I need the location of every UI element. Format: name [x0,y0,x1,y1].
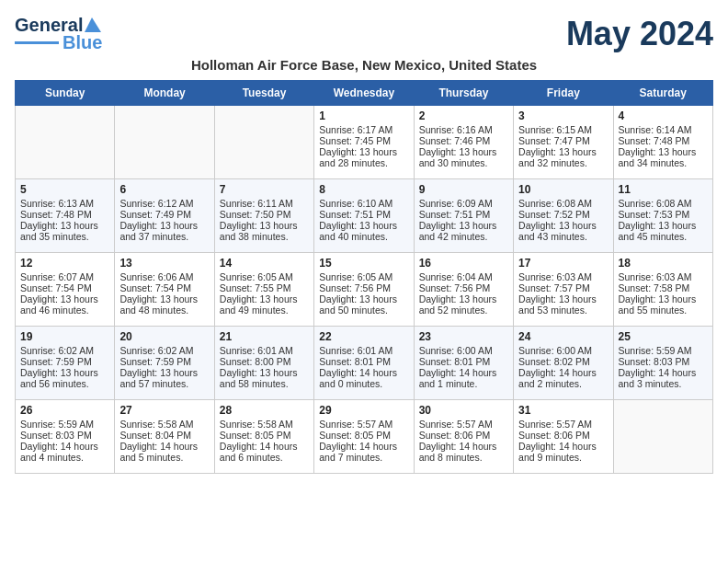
daylight-text: Daylight: 14 hours and 8 minutes. [419,441,508,463]
day-number: 2 [419,109,508,122]
calendar-cell: 18Sunrise: 6:03 AMSunset: 7:58 PMDayligh… [613,253,712,327]
sunrise-text: Sunrise: 5:59 AM [619,345,708,356]
sunset-text: Sunset: 8:05 PM [319,430,408,441]
sunset-text: Sunset: 8:01 PM [319,356,408,367]
title-section: May 2024 [566,15,713,53]
daylight-text: Daylight: 13 hours and 32 minutes. [518,146,608,168]
day-number: 27 [119,404,209,417]
sunrise-text: Sunrise: 6:00 AM [419,345,508,356]
sunrise-text: Sunrise: 6:00 AM [518,345,608,356]
header-sunday: Sunday [16,81,115,106]
svg-marker-0 [85,17,101,32]
sunset-text: Sunset: 8:04 PM [119,430,209,441]
calendar-cell: 30Sunrise: 5:57 AMSunset: 8:06 PMDayligh… [414,400,513,474]
sunset-text: Sunset: 7:48 PM [20,209,109,220]
daylight-text: Daylight: 13 hours and 34 minutes. [619,146,708,168]
daylight-text: Daylight: 13 hours and 56 minutes. [20,367,109,389]
calendar-table: SundayMondayTuesdayWednesdayThursdayFrid… [15,80,713,474]
day-number: 25 [619,330,708,343]
daylight-text: Daylight: 13 hours and 42 minutes. [419,220,508,242]
calendar-cell [613,400,712,474]
daylight-text: Daylight: 13 hours and 30 minutes. [419,146,508,168]
sunset-text: Sunset: 8:02 PM [518,356,608,367]
daylight-text: Daylight: 13 hours and 43 minutes. [518,220,608,242]
day-number: 23 [419,330,508,343]
sunset-text: Sunset: 7:54 PM [20,282,109,293]
sunrise-text: Sunrise: 6:01 AM [220,345,309,356]
calendar-cell: 16Sunrise: 6:04 AMSunset: 7:56 PMDayligh… [414,253,513,327]
day-number: 1 [319,109,408,122]
day-number: 7 [220,183,309,196]
sunset-text: Sunset: 7:56 PM [419,282,508,293]
calendar-week-row: 26Sunrise: 5:59 AMSunset: 8:03 PMDayligh… [16,400,713,474]
sunset-text: Sunset: 8:05 PM [220,430,309,441]
day-number: 29 [319,404,408,417]
sunset-text: Sunset: 8:06 PM [518,430,608,441]
calendar-cell: 20Sunrise: 6:02 AMSunset: 7:59 PMDayligh… [115,327,214,400]
daylight-text: Daylight: 13 hours and 58 minutes. [220,367,309,389]
daylight-text: Daylight: 13 hours and 48 minutes. [119,293,209,316]
day-number: 13 [119,257,209,270]
day-number: 8 [319,183,408,196]
calendar-cell: 27Sunrise: 5:58 AMSunset: 8:04 PMDayligh… [115,400,214,474]
sunrise-text: Sunrise: 5:58 AM [220,419,309,430]
sunrise-text: Sunrise: 6:04 AM [419,271,508,282]
sunset-text: Sunset: 7:50 PM [220,209,309,220]
sunrise-text: Sunrise: 6:02 AM [119,345,209,356]
calendar-week-row: 5Sunrise: 6:13 AMSunset: 7:48 PMDaylight… [16,179,713,253]
header-tuesday: Tuesday [214,81,313,106]
calendar-cell: 17Sunrise: 6:03 AMSunset: 7:57 PMDayligh… [514,253,613,327]
sunrise-text: Sunrise: 6:08 AM [619,198,708,209]
day-number: 3 [518,109,608,122]
day-number: 21 [220,330,309,343]
sunset-text: Sunset: 8:01 PM [419,356,508,367]
sunrise-text: Sunrise: 6:10 AM [319,198,408,209]
daylight-text: Daylight: 14 hours and 9 minutes. [518,441,608,463]
daylight-text: Daylight: 13 hours and 57 minutes. [119,367,209,389]
sunrise-text: Sunrise: 5:57 AM [518,419,608,430]
daylight-text: Daylight: 14 hours and 2 minutes. [518,367,608,389]
header-friday: Friday [514,81,613,106]
sunset-text: Sunset: 7:51 PM [419,209,508,220]
calendar-cell: 10Sunrise: 6:08 AMSunset: 7:52 PMDayligh… [514,179,613,253]
calendar-week-row: 1Sunrise: 6:17 AMSunset: 7:45 PMDaylight… [16,106,713,179]
daylight-text: Daylight: 13 hours and 28 minutes. [319,146,408,168]
day-number: 11 [619,183,708,196]
sunset-text: Sunset: 7:56 PM [319,282,408,293]
header-monday: Monday [115,81,214,106]
sunrise-text: Sunrise: 6:14 AM [619,124,708,135]
calendar-cell [16,106,115,179]
calendar-cell: 5Sunrise: 6:13 AMSunset: 7:48 PMDaylight… [16,179,115,253]
sunrise-text: Sunrise: 6:11 AM [220,198,309,209]
day-number: 22 [319,330,408,343]
sunset-text: Sunset: 7:51 PM [319,209,408,220]
logo-blue: Blue [63,32,102,53]
calendar-cell [115,106,214,179]
sunrise-text: Sunrise: 6:06 AM [119,271,209,282]
sunset-text: Sunset: 7:47 PM [518,135,608,146]
sunset-text: Sunset: 7:48 PM [619,135,708,146]
calendar-cell: 21Sunrise: 6:01 AMSunset: 8:00 PMDayligh… [214,327,313,400]
calendar-cell: 26Sunrise: 5:59 AMSunset: 8:03 PMDayligh… [16,400,115,474]
daylight-text: Daylight: 13 hours and 35 minutes. [20,220,109,242]
day-number: 31 [518,404,608,417]
calendar-cell: 9Sunrise: 6:09 AMSunset: 7:51 PMDaylight… [414,179,513,253]
daylight-text: Daylight: 14 hours and 7 minutes. [319,441,408,463]
sunset-text: Sunset: 7:46 PM [419,135,508,146]
sunrise-text: Sunrise: 6:16 AM [419,124,508,135]
day-number: 19 [20,330,109,343]
sunset-text: Sunset: 7:54 PM [119,282,209,293]
sunset-text: Sunset: 7:59 PM [20,356,109,367]
sunrise-text: Sunrise: 5:58 AM [119,419,209,430]
sunrise-text: Sunrise: 6:08 AM [518,198,608,209]
sunset-text: Sunset: 8:00 PM [220,356,309,367]
sunrise-text: Sunrise: 6:02 AM [20,345,109,356]
calendar-cell: 2Sunrise: 6:16 AMSunset: 7:46 PMDaylight… [414,106,513,179]
month-title: May 2024 [566,15,713,53]
day-number: 30 [419,404,508,417]
calendar-cell: 19Sunrise: 6:02 AMSunset: 7:59 PMDayligh… [16,327,115,400]
calendar-cell: 31Sunrise: 5:57 AMSunset: 8:06 PMDayligh… [514,400,613,474]
calendar-cell: 22Sunrise: 6:01 AMSunset: 8:01 PMDayligh… [314,327,414,400]
sunrise-text: Sunrise: 6:05 AM [220,271,309,282]
sunrise-text: Sunrise: 6:05 AM [319,271,408,282]
